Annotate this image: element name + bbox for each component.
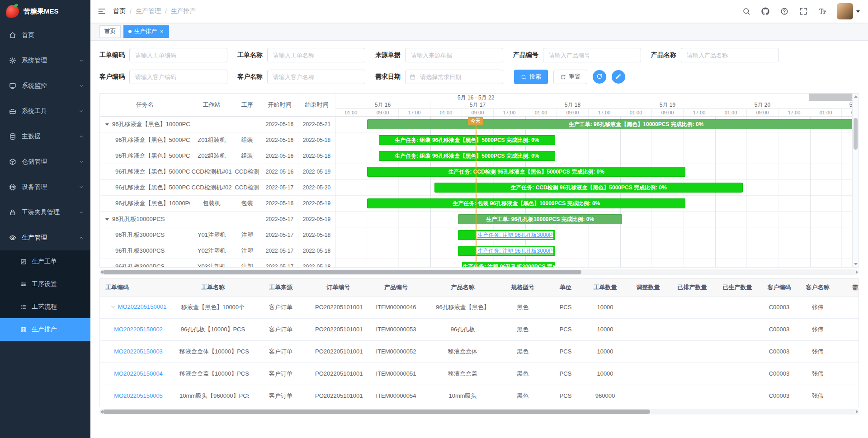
gantt-order-bar[interactable]: 生产工单: 96孔移液盒【黑色】10000PCS 完成比例: 0% <box>367 119 852 129</box>
order-row[interactable]: MO202205150001移液盒【黑色】10000个客户订单PO2022051… <box>100 296 859 318</box>
order-row[interactable]: MO202205150003移液盒盒体【10000】PCS客户订单PO20220… <box>100 340 859 363</box>
user-menu[interactable] <box>837 3 860 19</box>
workstation-cell: Y01注塑机 <box>190 227 233 243</box>
order-code-link[interactable]: MO202205150004 <box>114 370 163 377</box>
order-code-link[interactable]: MO202205150001 <box>118 303 167 310</box>
gantt-col-header: 工序 <box>233 94 261 116</box>
font-size-icon[interactable] <box>818 7 827 16</box>
gantt-task-row[interactable]: 96孔移液盒【黑色】5000PCSZ01组装机组装2022-05-162022-… <box>100 132 335 148</box>
gantt-task-row[interactable]: 96孔移液盒【黑色】5000PCSZ02组装机组装2022-05-162022-… <box>100 148 335 164</box>
demand-date-input[interactable] <box>405 70 503 84</box>
edit-button[interactable] <box>612 70 625 84</box>
order-name-input[interactable] <box>267 48 365 62</box>
sidebar-item-production[interactable]: 生产管理 <box>0 225 90 250</box>
gantt-task-row[interactable]: 96孔孔板3000PCSY03注塑机注塑2022-05-172022-05-18 <box>100 259 335 267</box>
gantt-table-body: 96孔移液盒【黑色】10000PCS2022-05-162022-05-2196… <box>100 117 335 267</box>
gantt-task-bar[interactable]: 生产任务: CCD检测 96孔移液盒【黑色】5000PCS 完成比例: 0% <box>434 183 743 193</box>
search-button[interactable]: 搜索 <box>514 70 548 84</box>
order-code-link[interactable]: MO202205150002 <box>114 326 163 333</box>
start-time-cell: 2022-05-17 <box>261 259 298 267</box>
order-row[interactable]: MO202205150004移液盒盒盖【10000】PCS客户订单PO20220… <box>100 363 859 385</box>
customer-name-input[interactable] <box>267 70 365 84</box>
order-code-link[interactable]: MO202205150005 <box>114 392 163 399</box>
tab-首页[interactable]: 首页 <box>99 25 121 38</box>
fullscreen-icon[interactable] <box>799 7 808 16</box>
expand-caret-icon[interactable] <box>105 218 109 221</box>
gantt-vertical-scrollbar[interactable] <box>852 94 859 267</box>
order-name: 96孔孔板【10000】PCS <box>177 318 249 340</box>
order-product-code: ITEM00000052 <box>364 340 428 363</box>
close-icon[interactable]: × <box>160 28 164 34</box>
breadcrumb-item[interactable]: 首页 <box>113 7 126 15</box>
gantt-task-row[interactable]: 96孔孔板3000PCSY02注塑机注塑2022-05-172022-05-18 <box>100 243 335 259</box>
orders-col-header: 工单数量 <box>584 279 627 296</box>
sidebar-item-fixture[interactable]: 工装夹具管理 <box>0 200 90 225</box>
sidebar-item-master-data[interactable]: 主数据 <box>0 124 90 149</box>
gantt-bar-link[interactable]: 生产任务: 注塑 96孔孔板3000PCS 完成比例: 0% <box>476 247 553 254</box>
order-product-name: 96孔移液盒【黑色】 <box>428 296 498 318</box>
gantt-task-bar[interactable]: 生产任务: 组装 96孔移液盒【黑色】5000PCS 完成比例: 0% <box>379 151 555 161</box>
gantt-bar-link[interactable]: 生产任务: 注塑 96孔孔板3000PCS 完成比例: 0% <box>476 231 553 239</box>
gantt-task-bar[interactable]: 生产任务: 包装 96孔移液盒【黑色】10000PCS 完成比例: 0% <box>367 198 685 208</box>
sidebar-item-process-flow[interactable]: 工艺流程 <box>0 296 90 318</box>
orders-horizontal-scrollbar-thumb[interactable] <box>103 410 650 414</box>
sidebar-item-system-manage[interactable]: 系统管理 <box>0 48 90 73</box>
gantt-task-row[interactable]: 96孔移液盒【黑色】5000PCSCCD检测机#01CCD检测2022-05-1… <box>100 164 335 180</box>
sidebar-subitem-label: 工艺流程 <box>32 303 84 311</box>
scroll-up-icon[interactable] <box>854 95 858 98</box>
sidebar-item-system-monitor[interactable]: 系统监控 <box>0 73 90 99</box>
tab-生产排产[interactable]: 生产排产× <box>123 25 169 38</box>
order-code-input[interactable] <box>129 48 227 62</box>
orders-horizontal-scrollbar[interactable] <box>99 409 859 414</box>
gantt-task-row[interactable]: 96孔移液盒【黑色】10000PCS包装机包装2022-05-162022-05… <box>100 196 335 212</box>
sidebar-item-home[interactable]: 首页 <box>0 23 90 48</box>
customer-code-input[interactable] <box>129 70 227 84</box>
order-demand-date: 202 <box>837 318 859 340</box>
order-row[interactable]: MO20220515000296孔孔板【10000】PCS客户订单PO20220… <box>100 318 859 340</box>
gantt-horizontal-scrollbar[interactable] <box>99 269 859 275</box>
gantt-task-row[interactable]: 96孔孔板3000PCSY01注塑机注塑2022-05-172022-05-18 <box>100 227 335 243</box>
refresh-button[interactable] <box>593 70 606 84</box>
gantt-task-bar[interactable]: 生产任务: CCD检测 96孔移液盒【黑色】5000PCS 完成比例: 0% <box>367 167 685 177</box>
gantt-vertical-scrollbar-thumb[interactable] <box>854 118 858 150</box>
scroll-down-icon[interactable] <box>854 263 858 265</box>
avatar <box>837 3 853 19</box>
gantt-order-bar[interactable]: 生产工单: 96孔孔板10000PCS 完成比例: 0% <box>458 214 622 224</box>
gantt-task-row[interactable]: 96孔移液盒【黑色】10000PCS2022-05-162022-05-21 <box>100 117 335 132</box>
gantt-task-bar[interactable]: 生产任务: 注塑 96孔孔板3000PCS 完成比例: 0% <box>458 230 555 240</box>
gantt-task-row[interactable]: 96孔移液盒【黑色】5000PCSCCD检测机#02CCD检测2022-05-1… <box>100 180 335 196</box>
source-doc-input[interactable] <box>405 48 503 62</box>
help-icon[interactable] <box>780 7 789 16</box>
expand-caret-icon[interactable] <box>105 123 109 126</box>
gantt-task-row[interactable]: 96孔孔板10000PCS2022-05-172022-05-19 <box>100 212 335 227</box>
order-order-no: PO202205101001 <box>312 385 364 407</box>
order-source: 客户订单 <box>249 340 312 363</box>
sidebar-item-warehouse[interactable]: 仓储管理 <box>0 149 90 174</box>
expand-caret-icon[interactable] <box>110 304 116 310</box>
product-code-input[interactable] <box>543 48 641 62</box>
gantt-horizontal-scrollbar-thumb[interactable] <box>103 270 581 274</box>
sidebar-item-scheduling[interactable]: 生产排产 <box>0 318 90 341</box>
gantt-bar-label: 生产任务: 包装 96孔移液盒【黑色】10000PCS 完成比例: 0% <box>453 200 600 207</box>
search-icon[interactable] <box>742 7 751 16</box>
scroll-left-icon[interactable] <box>100 270 103 274</box>
sidebar-item-label: 主数据 <box>22 132 79 141</box>
order-row[interactable]: MO20220515000510mm吸头【960000】PCS客户订单PO202… <box>100 385 859 407</box>
hamburger-icon[interactable] <box>97 6 107 16</box>
order-customer-code: C00003 <box>760 318 798 340</box>
scroll-left-icon[interactable] <box>100 410 103 414</box>
product-name-input[interactable] <box>681 48 779 62</box>
github-icon[interactable] <box>761 7 770 16</box>
gantt-task-bar[interactable]: 生产任务: 注塑 96孔孔板3000PCS 完成比例: 0% <box>458 246 555 256</box>
sidebar-item-equipment[interactable]: 设备管理 <box>0 174 90 200</box>
scroll-right-icon[interactable] <box>856 410 858 414</box>
order-qty: 960000 <box>584 385 627 407</box>
gantt-tick-label: 01:00 <box>810 109 842 116</box>
order-code-link[interactable]: MO202205150003 <box>114 348 163 355</box>
sidebar-item-process-setting[interactable]: 工序设置 <box>0 273 90 296</box>
sidebar-item-system-tools[interactable]: 系统工具 <box>0 99 90 124</box>
scroll-right-icon[interactable] <box>856 270 858 274</box>
sidebar-item-work-order[interactable]: 生产工单 <box>0 250 90 273</box>
reset-button[interactable]: 重置 <box>553 70 587 84</box>
gantt-task-bar[interactable]: 生产任务: 组装 96孔移液盒【黑色】5000PCS 完成比例: 0% <box>379 135 555 145</box>
